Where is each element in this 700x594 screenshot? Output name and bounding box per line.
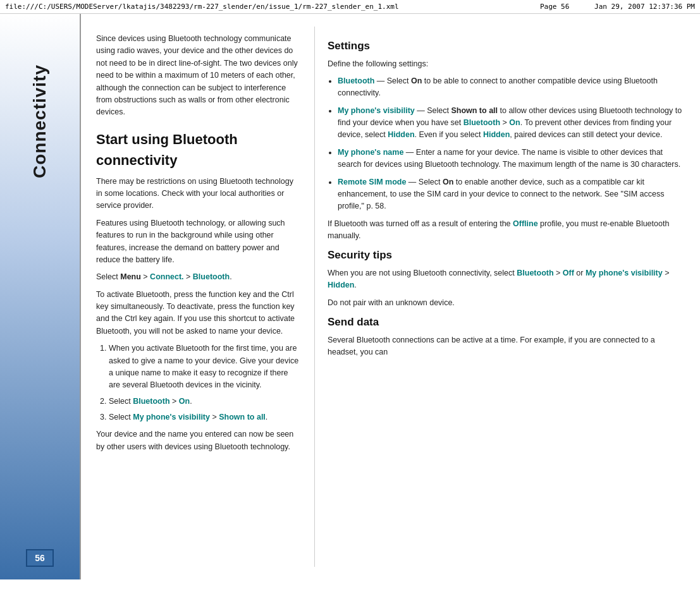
security-or: or xyxy=(574,269,586,277)
security-off-link[interactable]: Off xyxy=(563,269,574,277)
bullet-remotesim: Remote SIM mode — Select On to enable an… xyxy=(338,176,685,213)
num2-bluetooth[interactable]: Bluetooth xyxy=(133,397,169,406)
bullet-showntoall-text: Shown to all xyxy=(451,106,498,115)
para1: There may be restrictions on using Bluet… xyxy=(96,176,302,212)
numbered-list: When you activate Bluetooth for the firs… xyxy=(109,342,302,423)
offline-link[interactable]: Offline xyxy=(513,219,538,228)
menu-select-label: Select xyxy=(96,272,120,281)
if-bluetooth-para: If Bluetooth was turned off as a result … xyxy=(328,218,685,243)
page-container: Connectivity 56 Since devices using Blue… xyxy=(0,14,700,579)
sidebar-label: Connectivity xyxy=(30,64,50,178)
if-bluetooth-text: If Bluetooth was turned off as a result … xyxy=(328,219,513,228)
num3-myphonesvisibility[interactable]: My phone's visibility xyxy=(133,413,210,421)
menu-menu: Menu xyxy=(120,272,141,281)
bullet-name-link[interactable]: My phone's name xyxy=(338,148,403,157)
bullet-remotesim-link[interactable]: Remote SIM mode xyxy=(338,178,406,186)
menu-bluetooth[interactable]: Bluetooth xyxy=(193,272,230,281)
security-visibility-link[interactable]: My phone's visibility xyxy=(586,269,663,277)
menu-path: Select Menu > Connect. > Bluetooth. xyxy=(96,271,302,283)
bullet-hidden-link2[interactable]: Hidden xyxy=(483,130,510,139)
num3-prefix: Select xyxy=(109,413,133,421)
page-number-box: 56 xyxy=(26,549,54,567)
security-title: Security tips xyxy=(328,247,685,264)
security-para: When you are not using Bluetooth connect… xyxy=(328,267,685,292)
bullet-on-text2: On xyxy=(443,178,453,186)
menu-sep1: > xyxy=(141,272,150,281)
bullet-hidden-link[interactable]: Hidden xyxy=(388,130,414,139)
bullet-bluetooth-link2[interactable]: Bluetooth xyxy=(464,118,500,127)
list-item-3: Select My phone's visibility > Shown to … xyxy=(109,411,302,423)
para4: Your device and the name you entered can… xyxy=(96,428,302,453)
bullet-on-link2[interactable]: On xyxy=(509,118,520,127)
right-column: Settings Define the following settings: … xyxy=(315,27,700,567)
left-column: Since devices using Bluetooth technology… xyxy=(81,27,315,567)
menu-connect[interactable]: Connect. xyxy=(150,272,183,281)
send-data-title: Send data xyxy=(328,314,685,330)
bullet-on-text: On xyxy=(411,76,422,85)
bullet-bluetooth-link[interactable]: Bluetooth xyxy=(338,76,374,85)
bullet-myphonesname: My phone's name — Enter a name for your … xyxy=(338,147,685,171)
bullet-myphonesvisibility: My phone's visibility — Select Shown to … xyxy=(338,105,685,142)
num2-arrow: > xyxy=(170,397,179,406)
settings-title: Settings xyxy=(328,38,685,54)
content-area: Since devices using Bluetooth technology… xyxy=(81,14,700,579)
page-info: Page 56 Jan 29, 2007 12:37:36 PM xyxy=(540,3,695,11)
security-hidden-link[interactable]: Hidden xyxy=(328,281,354,289)
list-item-1-text: When you activate Bluetooth for the firs… xyxy=(109,344,298,389)
file-path: file:///C:/USERS/MODEServer/lkatajis/348… xyxy=(5,3,399,11)
para3: To activate Bluetooth, press the functio… xyxy=(96,289,302,338)
security-para2: Do not pair with an unknown device. xyxy=(328,297,685,309)
security-bluetooth-link[interactable]: Bluetooth xyxy=(517,269,553,277)
sidebar: Connectivity 56 xyxy=(0,14,81,579)
para2: Features using Bluetooth technology, or … xyxy=(96,217,302,267)
start-bluetooth-title: Start using Bluetooth connectivity xyxy=(96,129,302,171)
settings-bullet-list: Bluetooth — Select On to be able to conn… xyxy=(338,75,685,213)
list-item-1: When you activate Bluetooth for the firs… xyxy=(109,342,302,392)
top-bar: file:///C:/USERS/MODEServer/lkatajis/348… xyxy=(0,0,700,14)
num3-showntoall[interactable]: Shown to all xyxy=(219,413,266,421)
send-data-para: Several Bluetooth connections can be act… xyxy=(328,334,685,359)
intro-text: Since devices using Bluetooth technology… xyxy=(96,33,302,119)
num2-on[interactable]: On xyxy=(179,397,190,406)
security-para-text: When you are not using Bluetooth connect… xyxy=(328,269,517,277)
num2-prefix: Select xyxy=(109,397,133,406)
settings-intro: Define the following settings: xyxy=(328,58,685,70)
bullet-bluetooth: Bluetooth — Select On to be able to conn… xyxy=(338,75,685,100)
num3-arrow: > xyxy=(210,413,219,421)
bullet-visibility-link[interactable]: My phone's visibility xyxy=(338,106,415,115)
list-item-2: Select Bluetooth > On. xyxy=(109,396,302,408)
menu-sep2: > xyxy=(184,272,193,281)
